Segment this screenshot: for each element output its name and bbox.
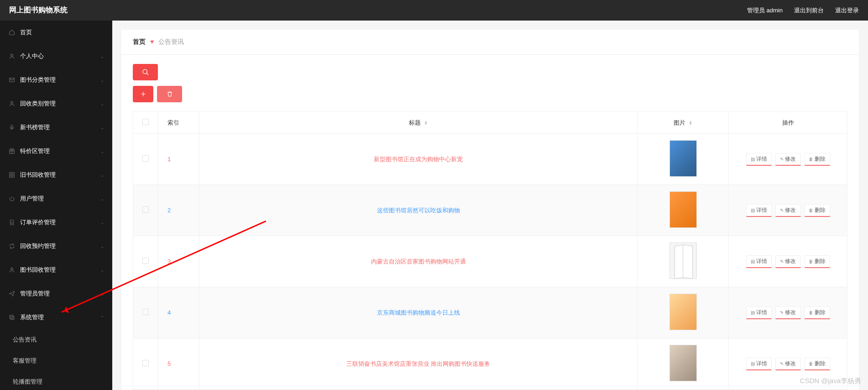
row-title[interactable]: 新型图书馆正在成为购物中心新宠	[374, 156, 463, 163]
sidebar-item-3[interactable]: 回收类别管理⌄	[0, 92, 112, 116]
user-icon	[8, 266, 16, 274]
row-checkbox[interactable]	[142, 360, 149, 366]
detail-button[interactable]: ▤详情	[746, 153, 772, 166]
edit-icon: ✎	[780, 310, 784, 315]
search-button[interactable]	[133, 64, 158, 80]
app-logo: 网上图书购物系统	[9, 5, 68, 15]
edit-icon: ✎	[780, 259, 784, 264]
home-icon	[8, 29, 16, 36]
exit-to-front-link[interactable]: 退出到前台	[794, 6, 824, 15]
main-content: 首页 ♥ 公告资讯	[112, 21, 868, 390]
grid-icon	[8, 171, 16, 179]
chevron-down-icon: ⌄	[100, 54, 104, 59]
detail-button[interactable]: ▤详情	[746, 306, 772, 319]
mic-icon	[8, 124, 16, 131]
trash-icon: 🗑	[809, 361, 813, 366]
chevron-down-icon: ⌄	[100, 220, 104, 225]
sidebar-item-label: 回收类别管理	[20, 100, 100, 108]
edit-button[interactable]: ✎修改	[775, 153, 801, 166]
trash-icon	[167, 91, 173, 97]
sidebar-item-6[interactable]: 旧书回收管理⌄	[0, 163, 112, 187]
row-delete-button[interactable]: 🗑删除	[805, 255, 830, 268]
sidebar-item-2[interactable]: 图书分类管理⌄	[0, 68, 112, 92]
sidebar-item-label: 个人中心	[20, 52, 100, 60]
sidebar-item-label: 特价区管理	[20, 147, 100, 155]
row-image[interactable]	[669, 242, 697, 279]
row-index: 1	[167, 156, 171, 163]
edit-button[interactable]: ✎修改	[775, 255, 801, 268]
row-checkbox[interactable]	[142, 258, 149, 264]
row-image[interactable]	[669, 294, 697, 330]
sidebar-item-7[interactable]: 用户管理⌄	[0, 187, 112, 211]
trash-icon: 🗑	[809, 157, 813, 162]
chevron-down-icon: ⌄	[100, 78, 104, 83]
select-all-checkbox[interactable]	[142, 119, 149, 125]
table-row: 2这些图书馆居然可以吃饭和购物▤详情✎修改🗑删除	[133, 185, 847, 236]
sidebar-item-12[interactable]: 系统管理⌃	[0, 306, 112, 329]
sidebar-item-10[interactable]: 图书回收管理⌄	[0, 258, 112, 282]
row-delete-button[interactable]: 🗑删除	[805, 358, 830, 370]
plus-icon	[140, 91, 146, 97]
sidebar-item-label: 图书分类管理	[20, 76, 100, 84]
row-title[interactable]: 京东商城图书购物频道今日上线	[377, 309, 460, 316]
sidebar-item-8[interactable]: 订单评价管理⌄	[0, 211, 112, 234]
svg-point-9	[11, 268, 13, 270]
logout-link[interactable]: 退出登录	[835, 6, 859, 15]
row-checkbox[interactable]	[142, 155, 149, 162]
svg-rect-5	[10, 173, 11, 174]
sidebar-item-11[interactable]: 管理员管理⌄	[0, 282, 112, 306]
header-title[interactable]: 标题 ▲▼	[199, 112, 638, 134]
edit-icon: ✎	[780, 208, 784, 213]
row-image[interactable]	[669, 191, 697, 228]
svg-rect-11	[10, 315, 13, 318]
row-delete-button[interactable]: 🗑删除	[805, 204, 830, 217]
detail-button[interactable]: ▤详情	[746, 255, 772, 268]
copy-icon	[8, 314, 16, 321]
table-row: 1新型图书馆正在成为购物中心新宠▤详情✎修改🗑删除	[133, 134, 847, 185]
table-row: 4京东商城图书购物频道今日上线▤详情✎修改🗑删除	[133, 287, 847, 338]
sidebar-item-1[interactable]: 个人中心⌄	[0, 44, 112, 68]
sidebar-item-9[interactable]: 回收预约管理⌄	[0, 234, 112, 258]
sidebar-item-label: 首页	[20, 28, 104, 37]
row-image[interactable]	[669, 140, 697, 177]
row-title[interactable]: 三联韬奋书店美术馆店重张营业 推出网购图书快送服务	[346, 360, 491, 367]
sidebar-item-0[interactable]: 首页	[0, 21, 112, 44]
edit-icon: ✎	[780, 361, 784, 366]
power-icon	[8, 195, 16, 202]
row-index: 4	[167, 309, 171, 316]
mail-icon	[8, 76, 16, 84]
row-delete-button[interactable]: 🗑删除	[805, 306, 830, 319]
app-header: 网上图书购物系统 管理员 admin 退出到前台 退出登录	[0, 0, 868, 21]
file-icon	[8, 219, 16, 226]
header-checkbox-cell	[133, 112, 158, 134]
edit-button[interactable]: ✎修改	[775, 204, 801, 217]
sidebar-item-label: 图书回收管理	[20, 266, 100, 274]
admin-label[interactable]: 管理员 admin	[747, 6, 783, 15]
row-delete-button[interactable]: 🗑删除	[805, 153, 830, 166]
add-button[interactable]	[133, 86, 153, 102]
sidebar-subitem-12-1[interactable]: 客服管理	[0, 350, 112, 371]
breadcrumb-home[interactable]: 首页	[133, 38, 146, 45]
sidebar-subitem-12-2[interactable]: 轮播图管理	[0, 371, 112, 390]
edit-button[interactable]: ✎修改	[775, 306, 801, 319]
edit-button[interactable]: ✎修改	[775, 358, 801, 370]
sidebar-item-5[interactable]: 特价区管理⌄	[0, 139, 112, 163]
row-title[interactable]: 内蒙古自治区首家图书购物网站开通	[371, 258, 466, 265]
delete-button[interactable]	[157, 86, 182, 102]
doc-icon: ▤	[751, 361, 755, 366]
header-index[interactable]: 索引	[158, 112, 199, 134]
sidebar-subitem-12-0[interactable]: 公告资讯	[0, 329, 112, 350]
chevron-down-icon: ⌄	[100, 173, 104, 178]
watermark: CSDN @java李杨勇	[800, 377, 861, 385]
row-title[interactable]: 这些图书馆居然可以吃饭和购物	[377, 207, 460, 214]
row-image[interactable]	[669, 345, 697, 381]
header-image[interactable]: 图片 ▲▼	[638, 112, 729, 134]
gift-icon	[8, 148, 16, 155]
detail-button[interactable]: ▤详情	[746, 358, 772, 370]
sidebar-item-4[interactable]: 新书榜管理⌄	[0, 116, 112, 139]
heart-icon: ♥	[150, 38, 154, 45]
detail-button[interactable]: ▤详情	[746, 204, 772, 217]
row-checkbox[interactable]	[142, 309, 149, 315]
row-checkbox[interactable]	[142, 206, 149, 213]
table-row: 5三联韬奋书店美术馆店重张营业 推出网购图书快送服务▤详情✎修改🗑删除	[133, 338, 847, 390]
